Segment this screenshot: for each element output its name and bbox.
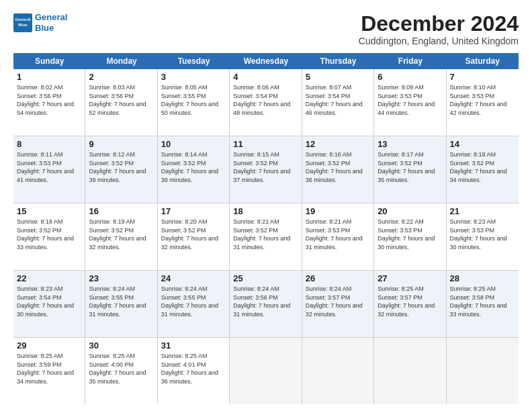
cell-daylight: Daylight: 7 hours and 33 minutes. — [17, 234, 81, 251]
day-number: 13 — [378, 139, 442, 149]
cell-sunrise: Sunrise: 8:05 AM — [161, 83, 226, 92]
cell-sunrise: Sunrise: 8:09 AM — [378, 83, 442, 92]
cell-dec15: 15 Sunrise: 8:18 AM Sunset: 3:52 PM Dayl… — [13, 203, 85, 270]
day-number: 6 — [378, 72, 442, 82]
cell-empty-3 — [374, 338, 446, 404]
day-number: 18 — [233, 206, 298, 216]
cell-sunset: Sunset: 3:53 PM — [378, 92, 442, 101]
cell-daylight: Daylight: 7 hours and 41 minutes. — [17, 167, 81, 184]
cell-dec26: 26 Sunrise: 8:24 AM Sunset: 3:57 PM Dayl… — [302, 271, 374, 337]
svg-text:Blue: Blue — [18, 21, 28, 26]
day-number: 30 — [89, 340, 153, 351]
cell-dec3: 3 Sunrise: 8:05 AM Sunset: 3:55 PM Dayli… — [158, 69, 230, 136]
cell-sunrise: Sunrise: 8:18 AM — [450, 150, 515, 159]
cell-empty-1 — [230, 338, 302, 404]
cell-dec5: 5 Sunrise: 8:07 AM Sunset: 3:54 PM Dayli… — [302, 69, 374, 136]
cell-daylight: Daylight: 7 hours and 30 minutes. — [450, 234, 515, 251]
cell-sunrise: Sunrise: 8:17 AM — [378, 150, 442, 159]
calendar-row-4: 29 Sunrise: 8:25 AM Sunset: 3:59 PM Dayl… — [13, 338, 519, 404]
logo-general: General — [35, 12, 67, 22]
cell-dec4: 4 Sunrise: 8:06 AM Sunset: 3:54 PM Dayli… — [230, 69, 302, 136]
logo-blue: Blue — [35, 23, 54, 33]
cell-daylight: Daylight: 7 hours and 30 minutes. — [378, 234, 442, 251]
cell-daylight: Daylight: 7 hours and 36 minutes. — [161, 369, 226, 385]
dow-tuesday: Tuesday — [158, 53, 230, 69]
dow-saturday: Saturday — [447, 53, 519, 69]
day-number: 31 — [161, 340, 226, 351]
cell-daylight: Daylight: 7 hours and 42 minutes. — [450, 100, 515, 117]
cell-dec10: 10 Sunrise: 8:14 AM Sunset: 3:52 PM Dayl… — [158, 136, 230, 203]
cell-sunrise: Sunrise: 8:10 AM — [450, 83, 515, 92]
day-number: 17 — [161, 206, 226, 216]
cell-sunrise: Sunrise: 8:24 AM — [306, 285, 370, 293]
cell-empty-4 — [447, 338, 519, 404]
cell-daylight: Daylight: 7 hours and 52 minutes. — [89, 100, 153, 117]
cell-dec6: 6 Sunrise: 8:09 AM Sunset: 3:53 PM Dayli… — [374, 69, 446, 136]
cell-dec30: 30 Sunrise: 8:25 AM Sunset: 4:00 PM Dayl… — [85, 338, 157, 404]
day-number: 25 — [233, 273, 298, 283]
day-number: 9 — [89, 139, 153, 149]
cell-sunset: Sunset: 3:52 PM — [306, 159, 370, 168]
day-number: 14 — [450, 139, 515, 149]
cell-sunrise: Sunrise: 8:21 AM — [306, 218, 370, 226]
cell-sunrise: Sunrise: 8:14 AM — [161, 150, 226, 159]
day-number: 8 — [17, 139, 81, 149]
cell-sunset: Sunset: 3:53 PM — [450, 92, 515, 101]
cell-dec21: 21 Sunrise: 8:23 AM Sunset: 3:53 PM Dayl… — [447, 203, 519, 270]
calendar-row-2: 15 Sunrise: 8:18 AM Sunset: 3:52 PM Dayl… — [13, 203, 519, 271]
cell-sunrise: Sunrise: 8:24 AM — [233, 285, 298, 293]
logo: General Blue General Blue — [13, 12, 67, 33]
cell-sunrise: Sunrise: 8:18 AM — [17, 218, 81, 226]
cell-daylight: Daylight: 7 hours and 36 minutes. — [306, 167, 370, 184]
cell-sunset: Sunset: 3:53 PM — [450, 226, 515, 235]
dow-sunday: Sunday — [13, 53, 85, 69]
month-title: December 2024 — [359, 12, 519, 36]
dow-thursday: Thursday — [302, 53, 374, 69]
day-number: 5 — [306, 72, 370, 82]
cell-sunset: Sunset: 3:52 PM — [450, 159, 515, 168]
day-number: 1 — [17, 72, 81, 82]
calendar-page: General Blue General Blue December 2024 … — [0, 0, 532, 411]
cell-sunset: Sunset: 3:55 PM — [161, 293, 226, 302]
cell-daylight: Daylight: 7 hours and 31 minutes. — [233, 302, 298, 318]
day-number: 21 — [450, 206, 515, 216]
location-subtitle: Cuddington, England, United Kingdom — [359, 36, 519, 46]
cell-sunset: Sunset: 3:52 PM — [89, 226, 153, 235]
dow-wednesday: Wednesday — [230, 53, 302, 69]
day-number: 19 — [306, 206, 370, 216]
cell-sunset: Sunset: 3:54 PM — [233, 92, 298, 101]
cell-daylight: Daylight: 7 hours and 46 minutes. — [306, 100, 370, 117]
cell-daylight: Daylight: 7 hours and 32 minutes. — [161, 234, 226, 251]
cell-daylight: Daylight: 7 hours and 35 minutes. — [378, 167, 442, 184]
cell-sunrise: Sunrise: 8:25 AM — [89, 352, 153, 361]
cell-sunset: Sunset: 4:00 PM — [89, 361, 153, 369]
cell-sunrise: Sunrise: 8:19 AM — [89, 218, 153, 226]
cell-sunrise: Sunrise: 8:23 AM — [450, 218, 515, 226]
day-number: 24 — [161, 273, 226, 283]
cell-sunrise: Sunrise: 8:25 AM — [450, 285, 515, 293]
day-number: 3 — [161, 72, 226, 82]
day-number: 26 — [306, 273, 370, 283]
cell-sunrise: Sunrise: 8:02 AM — [17, 83, 81, 92]
day-number: 15 — [17, 206, 81, 216]
cell-sunrise: Sunrise: 8:22 AM — [378, 218, 442, 226]
cell-sunset: Sunset: 3:52 PM — [233, 159, 298, 168]
cell-daylight: Daylight: 7 hours and 39 minutes. — [89, 167, 153, 184]
cell-daylight: Daylight: 7 hours and 48 minutes. — [233, 100, 298, 117]
cell-sunset: Sunset: 3:52 PM — [233, 226, 298, 235]
dow-friday: Friday — [374, 53, 446, 69]
calendar-body: 1 Sunrise: 8:02 AM Sunset: 3:56 PM Dayli… — [13, 69, 519, 404]
cell-dec1: 1 Sunrise: 8:02 AM Sunset: 3:56 PM Dayli… — [13, 69, 85, 136]
cell-empty-2 — [302, 338, 374, 404]
cell-daylight: Daylight: 7 hours and 31 minutes. — [233, 234, 298, 251]
cell-daylight: Daylight: 7 hours and 32 minutes. — [306, 302, 370, 318]
cell-dec22: 22 Sunrise: 8:23 AM Sunset: 3:54 PM Dayl… — [13, 271, 85, 337]
cell-sunset: Sunset: 3:55 PM — [161, 92, 226, 101]
calendar: Sunday Monday Tuesday Wednesday Thursday… — [13, 53, 519, 404]
cell-sunrise: Sunrise: 8:12 AM — [89, 150, 153, 159]
calendar-row-0: 1 Sunrise: 8:02 AM Sunset: 3:56 PM Dayli… — [13, 69, 519, 136]
cell-dec16: 16 Sunrise: 8:19 AM Sunset: 3:52 PM Dayl… — [85, 203, 157, 270]
day-number: 7 — [450, 72, 515, 82]
cell-daylight: Daylight: 7 hours and 54 minutes. — [17, 100, 81, 117]
day-number: 11 — [233, 139, 298, 149]
